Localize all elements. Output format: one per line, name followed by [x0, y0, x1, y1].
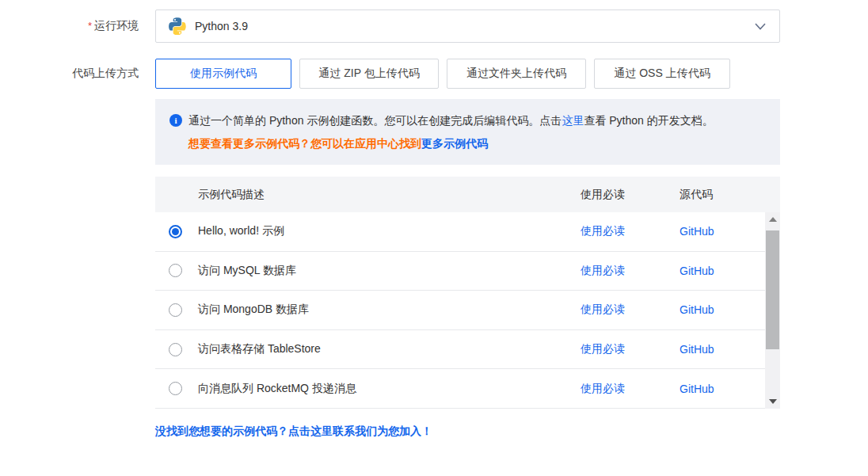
- table-row: 访问表格存储 TableStore 使用必读 GitHub: [155, 330, 780, 370]
- scrollbar-up-icon[interactable]: [765, 212, 780, 227]
- row-description: 访问表格存储 TableStore: [198, 342, 581, 356]
- upload-method-label: 代码上传方式: [0, 59, 139, 81]
- github-link[interactable]: GitHub: [680, 265, 714, 277]
- info-text-part1: 通过一个简单的 Python 示例创建函数。您可以在创建完成后编辑代码。点击: [188, 114, 562, 127]
- python-logo-icon: [169, 17, 186, 35]
- must-read-link[interactable]: 使用必读: [581, 264, 625, 276]
- tab-folder-upload[interactable]: 通过文件夹上传代码: [447, 59, 586, 89]
- row-description: Hello, world! 示例: [198, 224, 581, 238]
- must-read-link[interactable]: 使用必读: [581, 342, 625, 355]
- required-asterisk: *: [88, 20, 92, 32]
- must-read-link[interactable]: 使用必读: [581, 303, 625, 315]
- more-samples-notice: 想要查看更多示例代码？您可以在应用中心找到更多示例代码: [169, 135, 766, 152]
- runtime-row: *运行环境 Python 3.9: [0, 10, 868, 43]
- info-text: 通过一个简单的 Python 示例创建函数。您可以在创建完成后编辑代码。点击这里…: [188, 112, 714, 129]
- upload-method-tabs: 使用示例代码 通过 ZIP 包上传代码 通过文件夹上传代码 通过 OSS 上传代…: [155, 59, 780, 89]
- github-link[interactable]: GitHub: [680, 303, 714, 316]
- info-text-part2: 查看 Python 的开发文档。: [584, 114, 713, 127]
- header-must-read: 使用必读: [581, 188, 680, 202]
- sample-code-table: 示例代码描述 使用必读 源代码 Hello, world! 示例 使用必读 Gi…: [155, 177, 780, 409]
- info-icon: [169, 114, 182, 127]
- github-link[interactable]: GitHub: [680, 225, 714, 238]
- runtime-value: Python 3.9: [195, 20, 248, 32]
- github-link[interactable]: GitHub: [680, 343, 714, 356]
- info-box: 通过一个简单的 Python 示例创建函数。您可以在创建完成后编辑代码。点击这里…: [155, 99, 780, 165]
- table-row: 访问 MongoDB 数据库 使用必读 GitHub: [155, 291, 780, 330]
- create-function-form: *运行环境 Python 3.9 代码上传方式 使用示例代码 通过 ZIP 包上…: [0, 10, 868, 476]
- row-description: 向消息队列 RocketMQ 投递消息: [198, 382, 581, 396]
- table-row: 访问 MySQL 数据库 使用必读 GitHub: [155, 252, 780, 291]
- must-read-link[interactable]: 使用必读: [581, 224, 625, 237]
- header-source: 源代码: [680, 188, 780, 202]
- runtime-label-text: 运行环境: [94, 19, 139, 32]
- radio-rocketmq[interactable]: [169, 382, 182, 395]
- must-read-link[interactable]: 使用必读: [581, 382, 625, 394]
- table-scrollbar[interactable]: [765, 212, 780, 409]
- tab-oss-upload[interactable]: 通过 OSS 上传代码: [594, 59, 730, 89]
- table-header: 示例代码描述 使用必读 源代码: [155, 177, 780, 212]
- runtime-label: *运行环境: [0, 19, 139, 33]
- table-row: 向消息队列 RocketMQ 投递消息 使用必读 GitHub: [155, 369, 780, 409]
- tab-sample-code[interactable]: 使用示例代码: [155, 59, 291, 89]
- radio-hello-world[interactable]: [169, 225, 182, 238]
- tab-zip-upload[interactable]: 通过 ZIP 包上传代码: [299, 59, 439, 89]
- table-row: Hello, world! 示例 使用必读 GitHub: [155, 212, 780, 252]
- scrollbar-thumb[interactable]: [766, 230, 779, 349]
- more-samples-link[interactable]: 更多示例代码: [421, 137, 488, 150]
- contact-us-link[interactable]: 没找到您想要的示例代码？点击这里联系我们为您加入！: [155, 425, 780, 439]
- runtime-select[interactable]: Python 3.9: [155, 10, 780, 43]
- scrollbar-down-icon[interactable]: [765, 394, 780, 409]
- more-samples-text: 想要查看更多示例代码？您可以在应用中心找到: [188, 137, 421, 150]
- row-description: 访问 MongoDB 数据库: [198, 303, 581, 317]
- upload-method-row: 代码上传方式 使用示例代码 通过 ZIP 包上传代码 通过文件夹上传代码 通过 …: [0, 59, 868, 89]
- row-description: 访问 MySQL 数据库: [198, 264, 581, 278]
- header-description: 示例代码描述: [198, 188, 581, 202]
- docs-here-link[interactable]: 这里: [562, 114, 584, 127]
- radio-tablestore[interactable]: [169, 343, 182, 356]
- radio-mongodb[interactable]: [169, 303, 182, 317]
- github-link[interactable]: GitHub: [680, 383, 714, 395]
- chevron-down-icon: [754, 20, 767, 32]
- table-body: Hello, world! 示例 使用必读 GitHub 访问 MySQL 数据…: [155, 212, 780, 409]
- radio-mysql[interactable]: [169, 264, 182, 277]
